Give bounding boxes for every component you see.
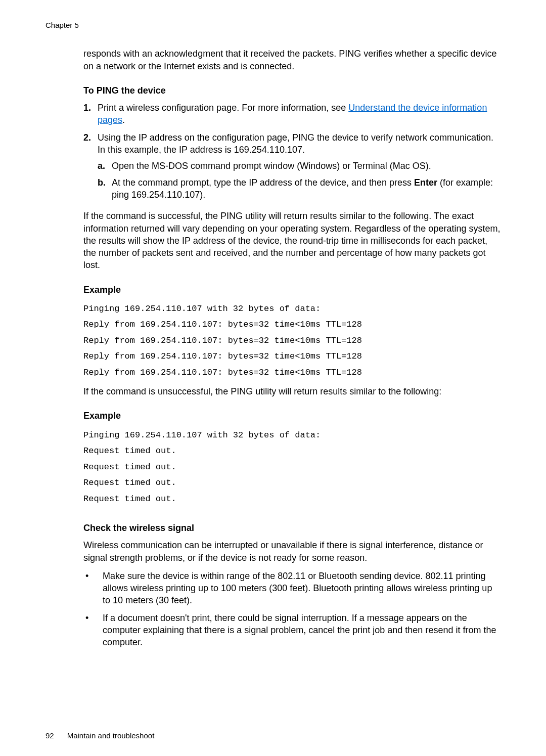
intro-paragraph: responds with an acknowledgment that it … [83,48,500,72]
step2-text: Using the IP address on the configuratio… [98,132,493,155]
substep-a-text: Open the MS-DOS command prompt window (W… [112,160,431,172]
bullet-icon: • [83,570,103,607]
bullet-text: Make sure the device is within range of … [103,570,500,607]
substep-b: b. At the command prompt, type the IP ad… [98,176,500,201]
step-2: 2. Using the IP address on the configura… [83,131,500,205]
step-marker: 2. [83,131,98,205]
step-1: 1. Print a wireless configuration page. … [83,102,500,126]
example1-output: Pinging 169.254.110.107 with 32 bytes of… [83,301,500,380]
step-body: Using the IP address on the configuratio… [98,131,500,205]
step-body: Print a wireless configuration page. For… [98,102,500,126]
step1-before: Print a wireless configuration page. For… [98,103,348,113]
bullet-text: If a document doesn't print, there could… [103,612,500,649]
step1-after: . [122,115,125,125]
example1-heading: Example [83,284,500,296]
sub-steps: a. Open the MS-DOS command prompt window… [98,160,500,201]
wireless-heading: Check the wireless signal [83,522,500,534]
ping-heading: To PING the device [83,84,500,97]
wireless-paragraph: Wireless communication can be interrupte… [83,539,500,564]
after-steps-paragraph: If the command is successful, the PING u… [83,210,500,271]
bullet-icon: • [83,612,103,649]
list-item: • Make sure the device is within range o… [83,570,500,607]
substep-marker: a. [98,160,112,172]
page-footer: 92Maintain and troubleshoot [46,731,154,741]
footer-title: Maintain and troubleshoot [67,731,155,740]
wireless-bullets: • Make sure the device is within range o… [83,570,500,649]
substep-b-before: At the command prompt, type the IP addre… [112,177,414,188]
chapter-header: Chapter 5 [46,20,500,30]
example2-output: Pinging 169.254.110.107 with 32 bytes of… [83,427,500,507]
page-number: 92 [46,731,54,740]
list-item: • If a document doesn't print, there cou… [83,612,500,649]
substep-marker: b. [98,176,112,201]
enter-key: Enter [414,177,437,188]
example2-heading: Example [83,410,500,422]
example1-after: If the command is unsuccessful, the PING… [83,385,500,397]
substep-b-text: At the command prompt, type the IP addre… [112,176,500,201]
main-content: responds with an acknowledgment that it … [83,48,500,648]
ping-steps: 1. Print a wireless configuration page. … [83,102,500,205]
step-marker: 1. [83,102,98,126]
substep-a: a. Open the MS-DOS command prompt window… [98,160,500,172]
